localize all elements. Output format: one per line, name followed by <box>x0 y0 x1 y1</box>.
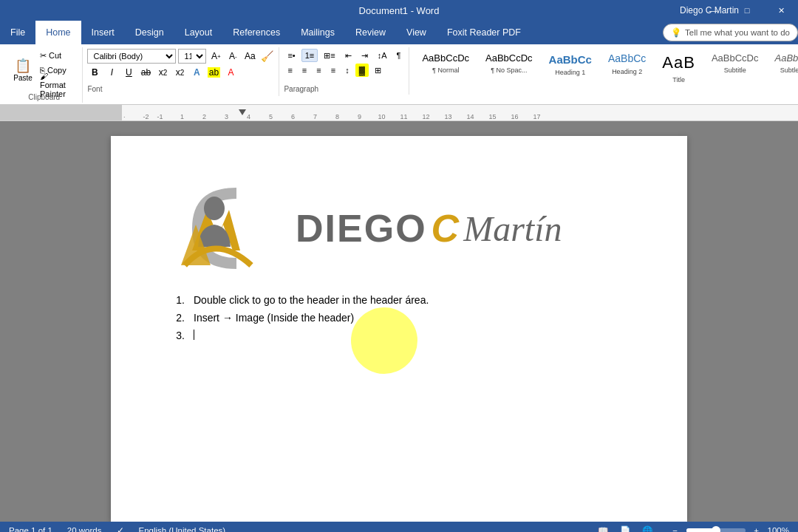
tab-home[interactable]: Home <box>35 21 81 44</box>
document-page: DIEGO C Martín Double click to go to the… <box>111 136 687 522</box>
style-heading1[interactable]: AaBbCc Heading 1 <box>542 50 598 92</box>
superscript-button[interactable]: x2 <box>172 65 187 80</box>
zoom-controls: − + 100% <box>667 522 789 532</box>
paste-button[interactable]: 📋 Paste <box>12 50 34 90</box>
minimize-button[interactable]: — <box>696 0 730 21</box>
tab-mailings[interactable]: Mailings <box>290 21 345 44</box>
ruler: · -2 -1 1 2 3 4 5 6 7 8 9 10 11 12 13 14… <box>0 105 798 121</box>
align-center-button[interactable]: ≡ <box>299 64 310 77</box>
cut-button[interactable]: ✂ Cut <box>36 49 76 62</box>
tab-layout[interactable]: Layout <box>174 21 223 44</box>
tab-references[interactable]: References <box>222 21 290 44</box>
subscript-button[interactable]: x2 <box>155 65 170 80</box>
tab-view[interactable]: View <box>396 21 437 44</box>
increase-font-button[interactable]: A+ <box>208 49 223 64</box>
document-area[interactable]: DIEGO C Martín Double click to go to the… <box>0 121 798 522</box>
bullets-button[interactable]: ≡• <box>284 49 299 62</box>
ribbon-tab-bar: File Home Insert Design Layout Reference… <box>0 21 798 44</box>
logo-martin: Martín <box>463 208 562 249</box>
format-painter-button[interactable]: 🖌 Format Painter <box>36 78 76 92</box>
language[interactable]: English (United States) <box>139 526 226 532</box>
zoom-level: 100% <box>768 526 789 532</box>
style-title-preview: AaB <box>662 52 695 75</box>
list-item-3[interactable] <box>170 330 628 341</box>
word-count: 20 words <box>67 526 102 532</box>
text-highlight-button[interactable]: ab <box>206 65 221 80</box>
tab-insert[interactable]: Insert <box>81 21 125 44</box>
font-size-select[interactable]: 11 <box>178 49 206 64</box>
maximize-button[interactable]: □ <box>730 0 764 21</box>
decrease-indent-button[interactable]: ⇤ <box>341 49 355 62</box>
font-group: Calibri (Body) 11 A+ A- Aa 🧹 B I U ab x2… <box>83 47 279 96</box>
zoom-in-button[interactable]: + <box>748 522 765 532</box>
decrease-font-button[interactable]: A- <box>225 49 240 64</box>
styles-group: AaBbCcDc ¶ Normal AaBbCcDc ¶ No Spac... … <box>409 47 798 95</box>
list-item-2: Insert → Image (Inside the header) <box>170 312 628 324</box>
close-button[interactable]: ✕ <box>764 0 798 21</box>
status-icon: ✓ <box>117 525 124 532</box>
font-name-select[interactable]: Calibri (Body) <box>87 49 176 64</box>
change-case-button[interactable]: Aa <box>242 49 257 64</box>
list-container: Double click to go to the header in the … <box>170 294 628 341</box>
style-subtitle[interactable]: AaBbCcDc Subtitle <box>705 50 765 92</box>
style-subtle-em[interactable]: AaBbCcDc Subtle Em... <box>768 50 799 92</box>
align-left-button[interactable]: ≡ <box>284 64 296 77</box>
logo-svg <box>170 180 296 276</box>
page-info: Page 1 of 1 <box>9 526 52 532</box>
align-right-button[interactable]: ≡ <box>313 64 324 77</box>
underline-button[interactable]: U <box>121 65 136 80</box>
document-list: Double click to go to the header in the … <box>170 294 628 341</box>
paragraph-label: Paragraph <box>284 83 404 93</box>
style-normal[interactable]: AaBbCcDc ¶ Normal <box>415 50 476 92</box>
clear-format-button[interactable]: 🧹 <box>259 49 274 64</box>
title-bar: Document1 - Word Diego C Martin — □ ✕ <box>0 0 798 21</box>
svg-point-1 <box>204 197 225 220</box>
tab-review[interactable]: Review <box>345 21 396 44</box>
style-subtle-preview: AaBbCcDc <box>775 52 799 65</box>
style-h2-preview: AaBbCc <box>608 52 646 66</box>
zoom-out-button[interactable]: − <box>667 522 683 532</box>
print-layout-button[interactable]: 📄 <box>617 522 633 532</box>
read-mode-button[interactable]: 📖 <box>595 522 611 532</box>
tab-foxit[interactable]: Foxit Reader PDF <box>437 21 531 44</box>
web-layout-button[interactable]: 🌐 <box>639 522 655 532</box>
italic-button[interactable]: I <box>104 65 119 80</box>
border-button[interactable]: ⊞ <box>371 64 385 77</box>
style-title[interactable]: AaB Title <box>655 50 702 92</box>
logo-c: C <box>432 206 460 250</box>
status-right: 📖 📄 🌐 − + 100% <box>595 522 789 532</box>
clipboard-group: 📋 Paste ✂ Cut ⎘ Copy 🖌 Format Painter Cl… <box>6 47 83 103</box>
bold-button[interactable]: B <box>87 65 102 80</box>
show-para-button[interactable]: ¶ <box>393 49 405 62</box>
para-row2: ≡ ≡ ≡ ≡ ↕ ▓ ⊞ <box>284 64 404 77</box>
style-subtitle-preview: AaBbCcDc <box>712 52 759 65</box>
line-spacing-button[interactable]: ↕ <box>341 64 353 77</box>
tab-file[interactable]: File <box>0 21 35 44</box>
increase-indent-button[interactable]: ⇥ <box>358 49 372 62</box>
sort-button[interactable]: ↕A <box>374 49 391 62</box>
tab-design[interactable]: Design <box>125 21 174 44</box>
ribbon-content: 📋 Paste ✂ Cut ⎘ Copy 🖌 Format Painter Cl… <box>0 44 798 105</box>
tell-me-input[interactable]: 💡 Tell me what you want to do <box>663 24 798 41</box>
shading-button[interactable]: ▓ <box>355 64 369 77</box>
style-no-spacing-preview: AaBbCcDc <box>485 52 533 65</box>
list-item-2-text: Insert → Image (Inside the header) <box>194 312 354 324</box>
numbering-button[interactable]: 1≡ <box>301 49 318 62</box>
logo-area: DIEGO C Martín <box>170 180 628 276</box>
para-row1: ≡• 1≡ ⊞≡ ⇤ ⇥ ↕A ¶ <box>284 49 404 62</box>
list-item-1-text: Double click to go to the header in the … <box>194 294 429 306</box>
multilevel-button[interactable]: ⊞≡ <box>320 49 338 62</box>
justify-button[interactable]: ≡ <box>327 64 339 77</box>
zoom-slider[interactable] <box>686 528 746 532</box>
document-title: Document1 - Word <box>359 5 440 16</box>
zoom-handle[interactable] <box>712 526 720 532</box>
style-normal-preview: AaBbCcDc <box>422 52 469 65</box>
strikethrough-button[interactable]: ab <box>138 65 153 80</box>
text-effects-button[interactable]: A <box>189 65 204 80</box>
style-heading2[interactable]: AaBbCc Heading 2 <box>601 50 652 92</box>
font-color-button[interactable]: A <box>223 65 238 80</box>
logo-diego: DIEGO <box>296 206 427 250</box>
style-no-spacing[interactable]: AaBbCcDc ¶ No Spac... <box>479 50 539 92</box>
status-bar: Page 1 of 1 20 words ✓ English (United S… <box>0 522 798 532</box>
tell-me-label: Tell me what you want to do <box>685 28 790 37</box>
